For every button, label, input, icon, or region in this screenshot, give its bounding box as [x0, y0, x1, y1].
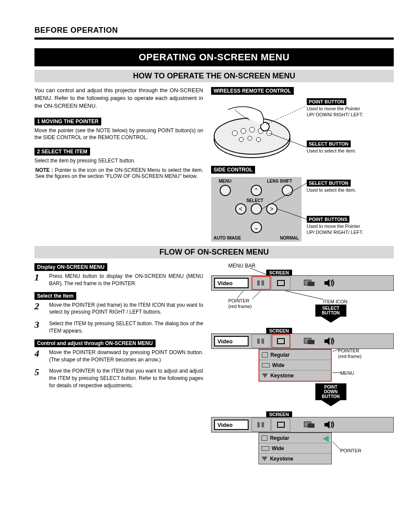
select-button-desc: Used to select the item.: [307, 148, 367, 154]
right-column: WIRELESS REMOTE CONTROL POINT B: [211, 87, 394, 242]
svg-point-8: [248, 136, 252, 140]
step-4: 4 Move the POINTER downward by pressing …: [34, 349, 203, 364]
svg-point-4: [249, 127, 255, 132]
wireless-remote-label: WIRELESS REMOTE CONTROL: [211, 87, 294, 95]
step-5: 5 Move the POINTER to the ITEM that you …: [34, 367, 203, 389]
group2-label: Select the Item: [34, 292, 76, 300]
step-num-2: 2: [34, 302, 45, 316]
subbanner-how-to: HOW TO OPERATE THE ON-SCREEN MENU: [34, 70, 394, 82]
title-banner: OPERATING ON-SCREEN MENU: [34, 48, 394, 66]
point-button-label: POINT BUTTON: [307, 98, 346, 105]
intro-text: You can control and adjust this projecto…: [34, 87, 203, 110]
header-rule: [34, 37, 394, 40]
note: NOTE : Pointer is the icon on the ON-SCR…: [34, 167, 203, 179]
subbanner-flow: FLOW OF ON-SCREEN MENU: [34, 246, 394, 258]
step1-section: 1 MOVING THE POINTER Move the pointer (s…: [34, 117, 203, 142]
step-num-4: 4: [34, 349, 45, 364]
screen-label-1: SCREEN: [266, 270, 292, 276]
left-column: You can control and adjust this projecto…: [34, 87, 203, 242]
svg-point-1: [214, 118, 290, 154]
svg-line-39: [250, 268, 267, 275]
step-num-5: 5: [34, 367, 45, 389]
select-button-label: SELECT BUTTON: [307, 140, 351, 147]
step-text-3: Select the ITEM by pressing SELECT butto…: [49, 320, 203, 335]
svg-point-3: [241, 128, 246, 134]
step1-label: 1 MOVING THE POINTER: [34, 118, 101, 125]
step1-body: Move the pointer (see the NOTE below) by…: [34, 127, 203, 142]
svg-line-14: [277, 209, 307, 219]
remote-diagram: POINT BUTTON Used to move the Pointer UP…: [211, 96, 394, 165]
step-2: 2 Move the POINTER (red frame) to the IT…: [34, 302, 203, 316]
step-num-1: 1: [34, 273, 45, 287]
step-text-5: Move the POINTER to the ITEM that you wa…: [49, 367, 203, 389]
step-1: 1 Press MENU button to display the ON-SC…: [34, 273, 203, 287]
svg-point-2: [232, 131, 237, 136]
note-body: Pointer is the icon on the ON-SCREEN Men…: [35, 167, 203, 179]
side-control-diagram: MENU LENS SHIFT ⌃ SELECT < > ⌄ AUTO IMAG…: [211, 177, 394, 242]
screen-label-2: SCREEN: [266, 328, 292, 334]
step2-label: 2 SELECT THE ITEM: [34, 148, 90, 156]
select-button-callout: SELECT BUTTON Used to select the item.: [307, 140, 367, 154]
screen-label-3: SCREEN: [266, 411, 292, 417]
step2-body: Select the item by pressing SELECT butto…: [34, 157, 203, 165]
flow-annot-lines: [211, 263, 383, 482]
group1-label: Display ON-SCREEN MENU: [34, 263, 107, 271]
svg-line-13: [262, 183, 307, 209]
flow-right-column: MENU BAR SCREEN Video POINTER: [211, 263, 394, 464]
group3-label: Control and adjust through ON-SCREEN MEN…: [34, 339, 156, 347]
side-control-label: SIDE CONTROL: [211, 166, 255, 174]
side-control-lines: [211, 177, 366, 246]
svg-point-9: [256, 137, 261, 142]
point-button-desc: Used to move the Pointer UP/ DOWN/ RIGHT…: [307, 106, 367, 118]
step-num-3: 3: [34, 320, 45, 335]
step-text-2: Move the POINTER (red frame) to the ITEM…: [49, 302, 203, 316]
note-prefix: NOTE :: [35, 167, 53, 173]
svg-line-36: [333, 349, 339, 352]
remote-illustration: [211, 101, 310, 165]
svg-line-38: [333, 442, 340, 450]
step-text-4: Move the POINTER downward by pressing PO…: [49, 349, 203, 364]
page-header: BEFORE OPERATION: [34, 26, 394, 35]
step-3: 3 Select the ITEM by pressing SELECT but…: [34, 320, 203, 335]
flow-left-column: Display ON-SCREEN MENU 1 Press MENU butt…: [34, 263, 203, 464]
step-text-1: Press MENU button to display the ON-SCRE…: [49, 273, 203, 287]
svg-point-7: [239, 137, 243, 142]
point-button-callout: POINT BUTTON Used to move the Pointer UP…: [307, 97, 367, 118]
step2-section: 2 SELECT THE ITEM Select the item by pre…: [34, 147, 203, 179]
